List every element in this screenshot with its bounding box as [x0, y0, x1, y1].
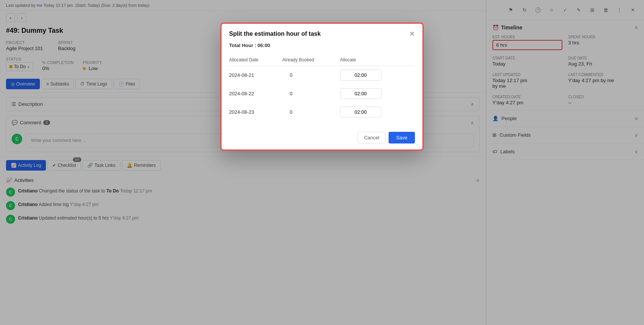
date-cell-2: 2024-08-22 [229, 84, 282, 103]
table-row: 2024-08-21 0 [229, 66, 415, 85]
allocate-input-3[interactable] [340, 107, 381, 117]
dialog-body: Total Hour : 06:00 Allocated Date Alread… [222, 43, 422, 127]
cancel-button[interactable]: Cancel [358, 132, 386, 143]
dialog-close-button[interactable]: ✕ [409, 30, 415, 38]
total-hour-row: Total Hour : 06:00 [229, 43, 415, 48]
allocate-input-2[interactable] [340, 88, 381, 99]
split-estimation-dialog: Split the estimation hour of task ✕ Tota… [220, 23, 424, 151]
booked-cell-1: 0 [282, 66, 340, 85]
table-row: 2024-08-22 0 [229, 84, 415, 103]
allocate-input-1[interactable] [340, 70, 381, 81]
allocate-cell-1 [340, 66, 415, 85]
save-button[interactable]: Save [389, 132, 415, 143]
date-cell-1: 2024-08-21 [229, 66, 282, 85]
col-allocate-header: Allocate [340, 54, 415, 66]
dialog-footer: Cancel Save [222, 127, 422, 150]
booked-cell-3: 0 [282, 103, 340, 121]
allocation-table: Allocated Date Already Booked Allocate 2… [229, 54, 415, 121]
col-date-header: Allocated Date [229, 54, 282, 66]
allocate-cell-3 [340, 103, 415, 121]
booked-cell-2: 0 [282, 84, 340, 103]
total-hour-value: 06:00 [258, 43, 270, 48]
allocate-cell-2 [340, 84, 415, 103]
dialog-header: Split the estimation hour of task ✕ [222, 24, 422, 43]
date-cell-3: 2024-08-23 [229, 103, 282, 121]
col-booked-header: Already Booked [282, 54, 340, 66]
dialog-title: Split the estimation hour of task [229, 31, 321, 37]
dialog-overlay: Split the estimation hour of task ✕ Tota… [0, 0, 644, 325]
table-row: 2024-08-23 0 [229, 103, 415, 121]
